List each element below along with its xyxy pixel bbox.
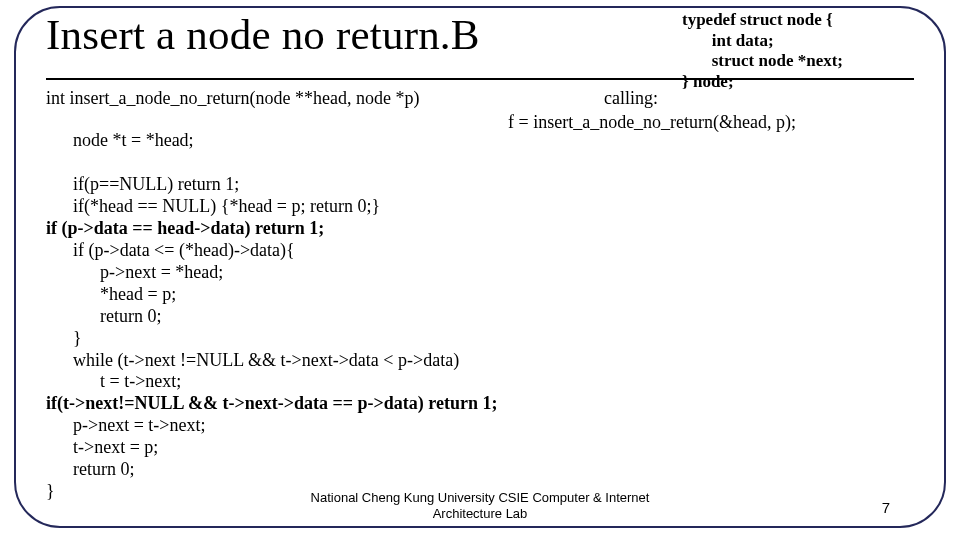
code-l16: return 0;	[46, 459, 134, 479]
code-l14: p->next = t->next;	[46, 415, 205, 435]
title-underline	[46, 78, 914, 80]
code-l15: t->next = p;	[46, 437, 158, 457]
code-l10: }	[46, 328, 82, 348]
code-l8: *head = p;	[46, 284, 176, 304]
code-l4: if(*head == NULL) {*head = p; return 0;}	[46, 196, 380, 216]
code-l3: if(p==NULL) return 1;	[46, 174, 239, 194]
typedef-l3: struct node *next;	[682, 51, 843, 70]
code-l6: if (p->data <= (*head)->data){	[46, 240, 295, 260]
typedef-l4: } node;	[682, 72, 734, 91]
code-l1: node *t = *head;	[46, 130, 194, 150]
code-l5: if (p->data == head->data) return 1;	[46, 218, 324, 238]
calling-code: f = insert_a_node_no_return(&head, p);	[508, 112, 796, 133]
footer-l2: Architecture Lab	[433, 506, 528, 521]
code-l12: t = t->next;	[46, 371, 181, 391]
calling-label: calling:	[604, 88, 658, 109]
slide: Insert a node no return.B typedef struct…	[0, 0, 960, 540]
code-l7: p->next = *head;	[46, 262, 223, 282]
typedef-l1: typedef struct node {	[682, 10, 833, 29]
code-l9: return 0;	[46, 306, 161, 326]
footer-l1: National Cheng Kung University CSIE Comp…	[311, 490, 650, 505]
typedef-l2: int data;	[682, 31, 774, 50]
page-number: 7	[882, 499, 890, 516]
code-l13: if(t->next!=NULL && t->next->data == p->…	[46, 393, 497, 413]
code-l11: while (t->next !=NULL && t->next->data <…	[46, 350, 459, 370]
typedef-block: typedef struct node { int data; struct n…	[682, 10, 932, 93]
slide-title: Insert a node no return.B	[46, 10, 480, 59]
footer: National Cheng Kung University CSIE Comp…	[0, 490, 960, 523]
function-signature: int insert_a_node_no_return(node **head,…	[46, 88, 419, 109]
code-block: node *t = *head; if(p==NULL) return 1; i…	[46, 130, 497, 503]
